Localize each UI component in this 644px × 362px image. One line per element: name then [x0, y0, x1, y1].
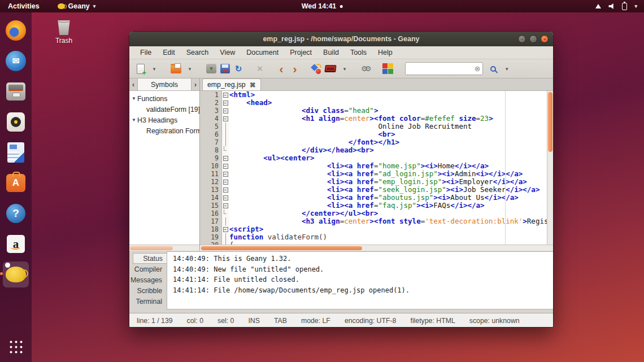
search-dropdown[interactable]: ▾: [500, 61, 514, 77]
new-file-icon: [137, 64, 145, 74]
build-button[interactable]: [323, 61, 338, 77]
tab-close-icon[interactable]: ✖: [250, 81, 256, 89]
code-text: </font></h1>: [229, 138, 399, 146]
statusbar-field: encoding: UTF-8: [345, 317, 397, 325]
dock-item-help[interactable]: ?: [3, 200, 29, 226]
collapse-arrow-icon[interactable]: ▼: [132, 96, 137, 101]
tab-symbols[interactable]: Symbols: [137, 78, 192, 90]
menubar: FileEditSearchViewDocumentProjectBuildTo…: [129, 46, 553, 59]
fold-margin: −: [221, 115, 229, 123]
new-file-dropdown[interactable]: ▾: [147, 61, 161, 77]
nav-forward-button[interactable]: ›: [288, 61, 302, 77]
code-segment: ><font style: [369, 217, 420, 225]
menu-document[interactable]: Document: [241, 47, 284, 58]
menu-file[interactable]: File: [135, 47, 156, 58]
dock-item-ubuntu-software[interactable]: A: [3, 170, 29, 196]
revert-button[interactable]: ↻: [232, 61, 245, 77]
fold-toggle-icon[interactable]: −: [223, 172, 228, 177]
editor[interactable]: 1−<html>2− <head>3− <div class="head">4−…: [200, 91, 553, 245]
dock-item-rhythmbox[interactable]: [3, 109, 29, 135]
fold-toggle-icon[interactable]: −: [223, 156, 228, 161]
dock-item-thunderbird[interactable]: ✉: [3, 48, 29, 74]
dock-item-firefox[interactable]: [3, 18, 29, 43]
clock-button[interactable]: Wed 14:41: [302, 2, 343, 10]
vertical-scrollbar-thumb[interactable]: [548, 92, 552, 152]
menu-search[interactable]: Search: [181, 47, 214, 58]
sidebar-horizontal-scrollbar[interactable]: [129, 245, 199, 251]
fold-toggle-icon[interactable]: −: [223, 180, 228, 185]
tab-status[interactable]: Status: [133, 253, 167, 264]
editor-vertical-scrollbar[interactable]: [547, 91, 553, 245]
fold-toggle-icon[interactable]: −: [223, 195, 228, 200]
activities-button[interactable]: Activities: [0, 0, 47, 12]
titlebar[interactable]: emp_reg.jsp - /home/swap/Documents - Gea…: [129, 32, 553, 46]
new-file-button[interactable]: [134, 61, 147, 77]
code-line: 14− <li><a href="aboutus.jsp"><i>About U…: [200, 194, 547, 202]
fold-toggle-icon[interactable]: −: [223, 164, 228, 169]
compile-button[interactable]: [310, 61, 323, 77]
fold-toggle-icon[interactable]: −: [223, 187, 228, 193]
dock-item-libreoffice-writer[interactable]: [3, 139, 29, 165]
open-file-button[interactable]: [169, 61, 183, 77]
search-input[interactable]: [408, 65, 474, 73]
menu-edit[interactable]: Edit: [158, 47, 180, 58]
app-menu-button[interactable]: Geany ▾: [58, 2, 96, 10]
tab-scroll-right-icon[interactable]: ›: [192, 78, 199, 90]
fold-toggle-icon[interactable]: −: [223, 116, 228, 121]
line-number: 5: [200, 123, 221, 130]
dock-item-amazon[interactable]: a: [3, 231, 29, 257]
system-indicators[interactable]: ▾: [595, 3, 644, 10]
maximize-button[interactable]: □: [529, 35, 537, 43]
search-button[interactable]: [486, 61, 500, 77]
tab-scroll-left-icon[interactable]: ‹: [129, 78, 137, 90]
execute-button[interactable]: ⚙⚙: [359, 61, 373, 77]
tab-messages[interactable]: Messages: [133, 274, 167, 285]
menu-help[interactable]: Help: [373, 47, 398, 58]
clear-search-icon[interactable]: ⊗: [474, 64, 480, 73]
tab-compiler[interactable]: Compiler: [133, 264, 167, 274]
symbol-h3-headings[interactable]: ▼H3 Headings: [129, 115, 199, 125]
menu-view[interactable]: View: [215, 47, 240, 58]
tab-terminal[interactable]: Terminal: [133, 296, 167, 307]
build-dropdown[interactable]: ▾: [338, 61, 351, 77]
symbol-validateform-19-[interactable]: validateForm [19]: [129, 104, 199, 115]
color-chooser-button[interactable]: [381, 61, 395, 77]
tab-scribble[interactable]: Scribble: [133, 285, 167, 296]
menu-project[interactable]: Project: [285, 47, 317, 58]
close-button[interactable]: ×: [541, 35, 549, 43]
code-segment: ><i>: [416, 201, 433, 210]
symbol-functions[interactable]: ▼Functions: [129, 93, 199, 104]
menu-build[interactable]: Build: [318, 47, 344, 58]
code-line: 3− <div class="head">: [200, 107, 547, 115]
editor-horizontal-scrollbar[interactable]: [200, 245, 553, 251]
save-button[interactable]: [204, 61, 218, 77]
arrow-left-icon: ‹: [280, 64, 284, 74]
code-segment: Home: [438, 162, 455, 170]
fold-toggle-icon[interactable]: −: [223, 108, 228, 114]
nav-back-button[interactable]: ‹: [275, 61, 288, 77]
app-grid-button[interactable]: [8, 339, 23, 354]
collapse-arrow-icon[interactable]: ▼: [132, 117, 137, 123]
fold-toggle-icon[interactable]: −: [223, 227, 228, 232]
horizontal-scrollbar-thumb[interactable]: [201, 246, 362, 250]
save-all-button[interactable]: [218, 61, 232, 77]
code-segment: "head": [349, 106, 374, 115]
dock-item-files[interactable]: [3, 78, 29, 104]
line-number: 6: [200, 130, 221, 138]
window-buttons: −□×: [518, 35, 553, 43]
long-line-marker: [505, 91, 506, 245]
code-segment: >: [374, 106, 378, 115]
sidebar-scrollbar-thumb[interactable]: [130, 246, 173, 250]
open-file-dropdown[interactable]: ▾: [183, 61, 197, 77]
fold-toggle-icon[interactable]: −: [223, 93, 228, 98]
dock-item-geany[interactable]: [3, 261, 29, 287]
code-segment: <li><a href: [229, 162, 374, 170]
message-window: StatusCompilerMessagesScribbleTerminal 1…: [129, 251, 553, 309]
trash-desktop-icon[interactable]: Trash: [50, 19, 78, 45]
fold-toggle-icon[interactable]: −: [223, 101, 228, 106]
menu-tools[interactable]: Tools: [345, 47, 372, 58]
fold-toggle-icon[interactable]: −: [223, 203, 228, 208]
tab-emp_reg-jsp[interactable]: emp_reg.jsp ✖: [202, 78, 261, 90]
symbol-registration-form-1[interactable]: Registration Form [1: [129, 125, 199, 136]
minimize-button[interactable]: −: [518, 35, 526, 43]
